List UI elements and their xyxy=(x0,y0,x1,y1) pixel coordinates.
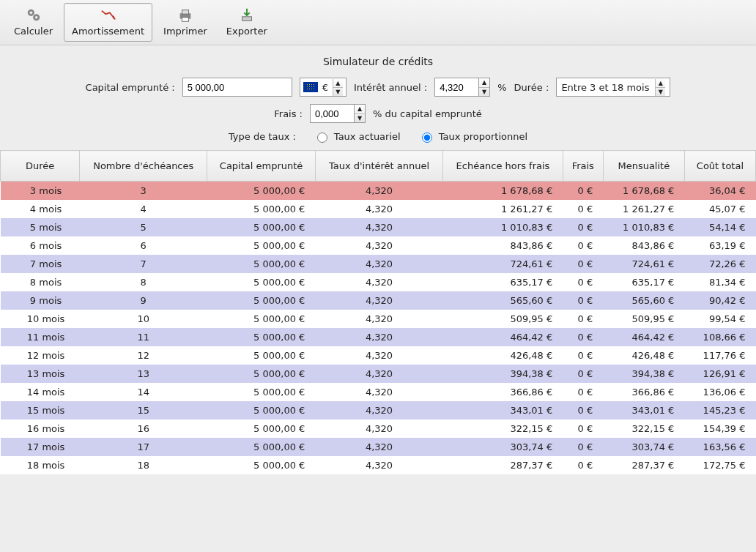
table-row[interactable]: 10 mois105 000,00 €4,320509,95 €0 €509,9… xyxy=(1,310,756,328)
table-row[interactable]: 11 mois115 000,00 €4,320464,42 €0 €464,4… xyxy=(1,328,756,346)
printer-icon xyxy=(177,7,194,24)
cell-capital: 5 000,00 € xyxy=(207,419,316,438)
table-row[interactable]: 14 mois145 000,00 €4,320366,86 €0 €366,8… xyxy=(1,383,756,401)
cell-duree: 5 mois xyxy=(1,218,80,236)
cell-duree: 9 mois xyxy=(1,291,80,310)
currency-select[interactable]: € ▲ ▼ xyxy=(300,78,346,97)
radio-actuariel[interactable]: Taux actuariel xyxy=(314,130,401,143)
chevron-up-icon[interactable]: ▲ xyxy=(656,79,665,88)
col-echeance-hf[interactable]: Echéance hors frais xyxy=(443,151,563,182)
form-row-2: Frais : ▲ ▼ % du capital emprunté xyxy=(15,104,741,123)
col-taux[interactable]: Taux d'intérêt annuel xyxy=(315,151,442,182)
cell-frais: 0 € xyxy=(563,401,603,419)
cell-nb: 6 xyxy=(80,236,207,255)
chevron-down-icon[interactable]: ▼ xyxy=(355,114,365,123)
table-row[interactable]: 9 mois95 000,00 €4,320565,60 €0 €565,60 … xyxy=(1,291,756,310)
cell-echeance: 322,15 € xyxy=(443,419,563,438)
cell-mensualite: 287,37 € xyxy=(603,456,684,474)
cell-mensualite: 322,15 € xyxy=(603,419,684,438)
cell-frais: 0 € xyxy=(563,255,603,273)
cell-duree: 3 mois xyxy=(1,182,80,201)
cell-echeance: 1 010,83 € xyxy=(443,218,563,236)
chevron-up-icon[interactable]: ▲ xyxy=(333,79,343,88)
frais-suffix: % du capital emprunté xyxy=(373,108,482,119)
cell-taux: 4,320 xyxy=(315,291,442,310)
radio-actuariel-input[interactable] xyxy=(317,133,327,143)
radio-proportionnel[interactable]: Taux proportionnel xyxy=(418,130,527,143)
table-row[interactable]: 3 mois35 000,00 €4,3201 678,68 €0 €1 678… xyxy=(1,182,756,201)
table-row[interactable]: 8 mois85 000,00 €4,320635,17 €0 €635,17 … xyxy=(1,273,756,291)
table-row[interactable]: 6 mois65 000,00 €4,320843,86 €0 €843,86 … xyxy=(1,236,756,255)
cell-taux: 4,320 xyxy=(315,236,442,255)
cell-cout: 172,75 € xyxy=(684,456,755,474)
cell-nb: 16 xyxy=(80,419,207,438)
exporter-button[interactable]: Exporter xyxy=(218,3,275,42)
cell-capital: 5 000,00 € xyxy=(207,273,316,291)
cell-nb: 15 xyxy=(80,401,207,419)
col-frais[interactable]: Frais xyxy=(563,151,603,182)
table-row[interactable]: 16 mois165 000,00 €4,320322,15 €0 €322,1… xyxy=(1,419,756,438)
cell-duree: 7 mois xyxy=(1,255,80,273)
export-icon xyxy=(238,7,256,24)
radio-proportionnel-input[interactable] xyxy=(422,133,432,143)
frais-spinner[interactable]: ▲ ▼ xyxy=(310,104,366,123)
cell-capital: 5 000,00 € xyxy=(207,401,316,419)
table-row[interactable]: 4 mois45 000,00 €4,3201 261,27 €0 €1 261… xyxy=(1,200,756,218)
frais-input[interactable] xyxy=(310,104,354,123)
amortissement-label: Amortissement xyxy=(72,26,144,37)
gears-icon xyxy=(25,7,42,24)
chevron-down-icon[interactable]: ▼ xyxy=(656,88,665,96)
chevron-up-icon[interactable]: ▲ xyxy=(479,78,489,88)
cell-frais: 0 € xyxy=(563,438,603,456)
percent-symbol: % xyxy=(497,82,506,93)
table-row[interactable]: 15 mois155 000,00 €4,320343,01 €0 €343,0… xyxy=(1,401,756,419)
cell-duree: 10 mois xyxy=(1,310,80,328)
col-nb-echeances[interactable]: Nombre d'échéances xyxy=(80,151,207,182)
cell-nb: 5 xyxy=(80,218,207,236)
cell-cout: 72,26 € xyxy=(684,255,755,273)
cell-duree: 12 mois xyxy=(1,346,80,365)
svg-rect-6 xyxy=(182,10,188,15)
capital-input[interactable] xyxy=(182,78,292,97)
table-row[interactable]: 17 mois175 000,00 €4,320303,74 €0 €303,7… xyxy=(1,438,756,456)
cell-capital: 5 000,00 € xyxy=(207,310,316,328)
cell-taux: 4,320 xyxy=(315,401,442,419)
cell-mensualite: 565,60 € xyxy=(603,291,684,310)
col-capital[interactable]: Capital emprunté xyxy=(207,151,316,182)
cell-nb: 9 xyxy=(80,291,207,310)
cell-echeance: 565,60 € xyxy=(443,291,563,310)
cell-frais: 0 € xyxy=(563,218,603,236)
table-row[interactable]: 7 mois75 000,00 €4,320724,61 €0 €724,61 … xyxy=(1,255,756,273)
cell-capital: 5 000,00 € xyxy=(207,182,316,201)
chevron-down-icon[interactable]: ▼ xyxy=(479,88,489,97)
cell-taux: 4,320 xyxy=(315,328,442,346)
duree-select[interactable]: Entre 3 et 18 mois ▲ ▼ xyxy=(556,78,670,97)
cell-capital: 5 000,00 € xyxy=(207,218,316,236)
cell-duree: 14 mois xyxy=(1,383,80,401)
col-cout-total[interactable]: Coût total xyxy=(684,151,755,182)
form-row-1: Capital emprunté : € ▲ ▼ Intérêt annuel … xyxy=(15,78,741,97)
cell-capital: 5 000,00 € xyxy=(207,438,316,456)
cell-frais: 0 € xyxy=(563,419,603,438)
interet-input[interactable] xyxy=(434,78,478,97)
col-duree[interactable]: Durée xyxy=(1,151,80,182)
cell-echeance: 464,42 € xyxy=(443,328,563,346)
imprimer-button[interactable]: Imprimer xyxy=(155,3,215,42)
amortissement-button[interactable]: Amortissement xyxy=(64,3,152,42)
type-taux-row: Type de taux : Taux actuariel Taux propo… xyxy=(15,130,741,143)
table-row[interactable]: 12 mois125 000,00 €4,320426,48 €0 €426,4… xyxy=(1,346,756,365)
chevron-down-icon[interactable]: ▼ xyxy=(333,88,343,96)
table-row[interactable]: 13 mois135 000,00 €4,320394,38 €0 €394,3… xyxy=(1,365,756,383)
cell-duree: 4 mois xyxy=(1,200,80,218)
cell-cout: 108,66 € xyxy=(684,328,755,346)
table-row[interactable]: 18 mois185 000,00 €4,320287,37 €0 €287,3… xyxy=(1,456,756,474)
table-row[interactable]: 5 mois55 000,00 €4,3201 010,83 €0 €1 010… xyxy=(1,218,756,236)
chevron-up-icon[interactable]: ▲ xyxy=(355,105,365,114)
col-mensualite[interactable]: Mensualité xyxy=(603,151,684,182)
cell-cout: 136,06 € xyxy=(684,383,755,401)
interet-spinner[interactable]: ▲ ▼ xyxy=(434,78,490,97)
cell-cout: 36,04 € xyxy=(684,182,755,201)
calculer-button[interactable]: Calculer xyxy=(6,3,61,42)
cell-mensualite: 635,17 € xyxy=(603,273,684,291)
cell-echeance: 394,38 € xyxy=(443,365,563,383)
